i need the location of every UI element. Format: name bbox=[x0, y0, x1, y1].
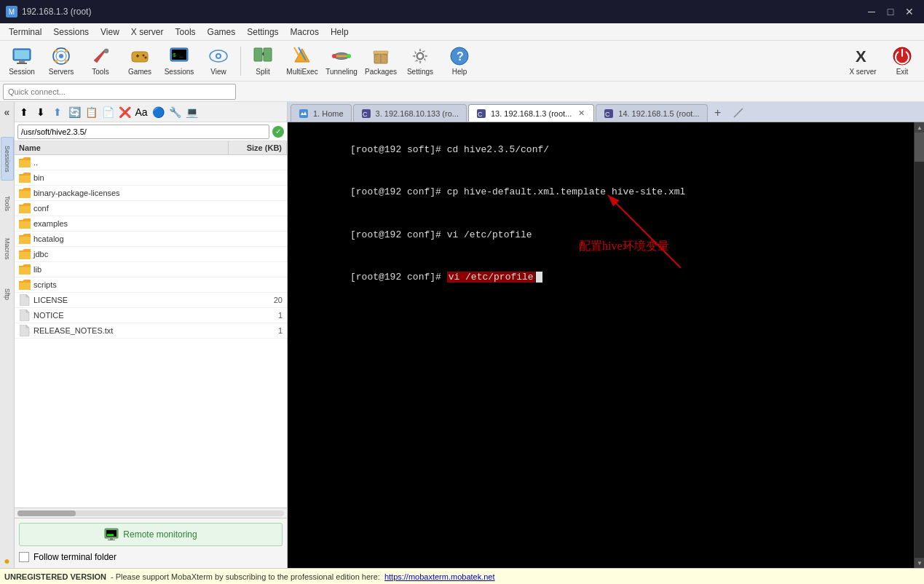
path-bar: ✓ bbox=[15, 122, 287, 141]
folder-icon bbox=[19, 187, 31, 199]
packages-label: Packages bbox=[365, 68, 397, 76]
settings-button[interactable]: Settings bbox=[401, 43, 439, 79]
help-button[interactable]: ? Help bbox=[441, 43, 478, 79]
maximize-button[interactable]: □ bbox=[882, 3, 899, 20]
split-label: Split bbox=[256, 68, 269, 76]
menu-xserver[interactable]: X server bbox=[125, 23, 170, 40]
size-column-header[interactable]: Size (KB) bbox=[229, 141, 287, 154]
exit-button[interactable]: Exit bbox=[883, 43, 921, 79]
scroll-down-button[interactable]: ▼ bbox=[915, 558, 924, 568]
file-item[interactable]: binary-package-licenses bbox=[15, 186, 287, 201]
menu-games[interactable]: Games bbox=[202, 23, 242, 40]
svg-rect-3 bbox=[17, 63, 27, 64]
menu-bar: Terminal Sessions View X server Tools Ga… bbox=[0, 23, 924, 41]
games-button[interactable]: Games bbox=[121, 43, 159, 79]
status-link[interactable]: https://mobaxterm.mobatek.net bbox=[384, 572, 495, 581]
file-down-btn[interactable]: ⬇ bbox=[33, 104, 49, 120]
file-item-name: .. bbox=[33, 158, 224, 167]
sidebar-bottom-icon[interactable]: ● bbox=[1, 553, 14, 568]
svg-point-25 bbox=[332, 54, 336, 58]
menu-tools[interactable]: Tools bbox=[170, 23, 202, 40]
view-button[interactable]: View bbox=[200, 43, 237, 79]
multiexec-button[interactable]: MultiExec bbox=[283, 43, 321, 79]
file-item[interactable]: hcatalog bbox=[15, 232, 287, 247]
path-input[interactable] bbox=[17, 125, 269, 139]
menu-view[interactable]: View bbox=[95, 23, 125, 40]
file-info-btn[interactable]: 🔵 bbox=[150, 104, 166, 120]
scroll-up-button[interactable]: ▲ bbox=[915, 122, 924, 133]
folder-icon bbox=[19, 248, 31, 260]
name-column-header[interactable]: Name bbox=[15, 141, 229, 154]
file-item[interactable]: conf bbox=[15, 201, 287, 216]
file-settings-btn[interactable]: 🔧 bbox=[167, 104, 183, 120]
menu-help[interactable]: Help bbox=[325, 23, 355, 40]
file-new-btn[interactable]: 📄 bbox=[100, 104, 116, 120]
folder-icon bbox=[19, 157, 31, 168]
file-item[interactable]: RELEASE_NOTES.txt1 bbox=[15, 323, 287, 339]
follow-terminal-checkbox[interactable] bbox=[19, 552, 29, 562]
file-up-btn[interactable]: ⬆ bbox=[16, 104, 32, 120]
file-copy-btn[interactable]: 📋 bbox=[83, 104, 99, 120]
path-confirm-button[interactable]: ✓ bbox=[272, 126, 284, 138]
file-item[interactable]: LICENSE20 bbox=[15, 293, 287, 308]
cmd-4-highlighted: vi /etc/profile bbox=[447, 272, 535, 283]
servers-button[interactable]: Servers bbox=[42, 43, 80, 79]
menu-terminal[interactable]: Terminal bbox=[3, 23, 47, 40]
scroll-thumb[interactable] bbox=[915, 133, 924, 162]
svg-text:▄▄▄: ▄▄▄ bbox=[107, 532, 114, 537]
session-button[interactable]: Session bbox=[3, 43, 41, 79]
new-tab-button[interactable]: + bbox=[709, 104, 727, 122]
menu-settings[interactable]: Settings bbox=[241, 23, 284, 40]
quick-connect-input[interactable] bbox=[3, 84, 236, 100]
packages-button[interactable]: Packages bbox=[362, 43, 400, 79]
sessions-label: Sessions bbox=[165, 68, 194, 76]
file-item[interactable]: NOTICE1 bbox=[15, 308, 287, 323]
tunneling-label: Tunneling bbox=[325, 68, 358, 76]
file-item[interactable]: .. bbox=[15, 155, 287, 170]
svg-text:?: ? bbox=[457, 50, 464, 63]
svg-rect-24 bbox=[264, 48, 272, 61]
tab-13[interactable]: C 13. 192.168.1.3 (root... ✕ bbox=[468, 104, 594, 122]
split-button[interactable]: Split bbox=[244, 43, 282, 79]
sessions-button[interactable]: $ _ Sessions bbox=[160, 43, 198, 79]
svg-point-9 bbox=[55, 60, 58, 63]
hscroll-track[interactable] bbox=[17, 510, 284, 516]
file-item[interactable]: bin bbox=[15, 170, 287, 186]
file-rename-btn[interactable]: Aa bbox=[133, 104, 149, 120]
hscroll-thumb[interactable] bbox=[17, 510, 76, 516]
tab-3[interactable]: C 3. 192.168.10.133 (ro... bbox=[353, 104, 467, 122]
minimize-button[interactable]: ─ bbox=[863, 3, 880, 20]
menu-sessions[interactable]: Sessions bbox=[47, 23, 95, 40]
scroll-track[interactable] bbox=[915, 133, 924, 558]
sidebar-macros[interactable]: Macros bbox=[1, 227, 14, 271]
xserver-button[interactable]: X X server bbox=[844, 43, 882, 79]
file-item[interactable]: lib bbox=[15, 262, 287, 277]
terminal-scrollbar: ▲ ▼ bbox=[914, 122, 924, 568]
collapse-button[interactable]: « bbox=[1, 105, 14, 119]
file-item[interactable]: examples bbox=[15, 216, 287, 232]
sidebar-tools[interactable]: Tools bbox=[1, 182, 14, 226]
menu-macros[interactable]: Macros bbox=[285, 23, 325, 40]
tab-13-close[interactable]: ✕ bbox=[576, 108, 586, 119]
close-button[interactable]: ✕ bbox=[901, 3, 918, 20]
file-items-container: ..binbinary-package-licensesconfexamples… bbox=[15, 155, 287, 339]
tab-home[interactable]: 1. Home bbox=[291, 104, 352, 122]
quick-connect-bar bbox=[0, 82, 924, 102]
tab-pin-button[interactable] bbox=[730, 104, 747, 122]
file-refresh-btn[interactable]: 🔄 bbox=[66, 104, 82, 120]
file-item[interactable]: jdbc bbox=[15, 247, 287, 262]
sidebar-sessions[interactable]: Sessions bbox=[1, 137, 14, 181]
tunneling-button[interactable]: Tunneling bbox=[323, 43, 360, 79]
svg-rect-29 bbox=[374, 51, 388, 54]
tab-14[interactable]: C 14. 192.168.1.5 (root... bbox=[596, 104, 707, 122]
file-home-btn[interactable]: ⬆ bbox=[50, 104, 66, 120]
tools-button[interactable]: Tools bbox=[82, 43, 119, 79]
sidebar-sftp[interactable]: Sftp bbox=[1, 272, 14, 316]
svg-point-26 bbox=[347, 54, 351, 58]
remote-monitoring-button[interactable]: ▄▄▄ Remote monitoring bbox=[19, 523, 283, 546]
file-item[interactable]: scripts bbox=[15, 277, 287, 293]
prompt-3: [root@192 conf]# bbox=[350, 229, 447, 240]
file-terminal-btn[interactable]: 💻 bbox=[183, 104, 200, 120]
file-delete-btn[interactable]: ❌ bbox=[117, 104, 133, 120]
terminal-area[interactable]: [root@192 soft]# cd hive2.3.5/conf/ [roo… bbox=[288, 122, 914, 568]
